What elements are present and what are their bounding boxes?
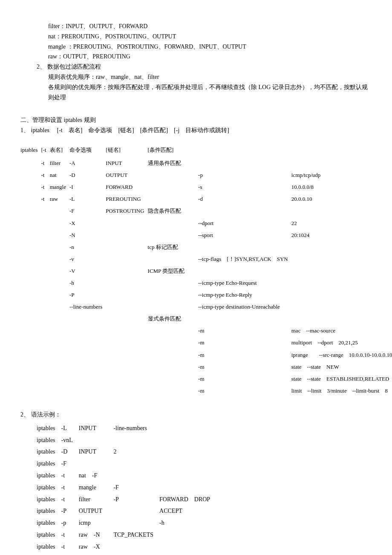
cell: filter	[50, 157, 69, 169]
cell: iprange --src-range 10.0.0.10-10.0.0.100	[291, 349, 392, 361]
cell: OUTPUT	[106, 169, 147, 181]
cell	[41, 265, 49, 277]
cell: -h	[159, 517, 194, 529]
table-row: -mstate --state NEW	[20, 361, 392, 373]
cell	[41, 361, 49, 373]
cell	[41, 337, 49, 349]
cell	[50, 349, 69, 361]
cell	[222, 505, 251, 517]
text-line: 规则表优先顺序：raw、mangle、nat、filter	[48, 72, 372, 82]
cell: -X	[69, 217, 106, 229]
cell	[159, 541, 194, 553]
cell: PREROUTING	[106, 193, 147, 205]
cell: POSTROUTING	[106, 205, 147, 217]
cell	[69, 361, 106, 373]
command-table: iptables [-t 表名] 命令选项 [链名] [条件匹配] [-j 目标…	[20, 144, 392, 397]
cell	[222, 553, 251, 555]
table-row: -mstate --state ESTABLISHED,RELATED	[20, 373, 392, 385]
cell: -t	[41, 157, 49, 169]
cell: -p	[113, 553, 159, 555]
cell: -m	[188, 385, 291, 397]
cell: iptables	[37, 505, 61, 517]
table-row: iptables-tnat -F	[37, 470, 250, 482]
cell: 10.0.0.0/8	[291, 181, 392, 193]
cell	[50, 217, 69, 229]
cell: 22	[291, 217, 392, 229]
cell	[291, 301, 392, 313]
cell: -m	[188, 337, 291, 349]
cell	[194, 529, 222, 541]
cell: -t	[61, 470, 79, 482]
cell	[41, 241, 49, 253]
cell: -D	[69, 169, 106, 181]
table-row: -tnat-DOUTPUT-picmp/tcp/udp-jACCEPT	[20, 169, 392, 181]
cell	[106, 301, 147, 313]
table-row: iptables-traw -NTCP_PACKETS	[37, 529, 250, 541]
col-cmd: 命令选项	[69, 144, 106, 157]
cell: iptables	[37, 482, 61, 494]
cell	[194, 482, 222, 494]
cell: raw	[50, 193, 69, 205]
cell	[20, 253, 41, 265]
cell: -m	[188, 373, 291, 385]
cell: FORWARD	[106, 181, 147, 193]
cell	[148, 349, 188, 361]
cell	[106, 337, 147, 349]
cell: tcp 标记匹配	[148, 241, 188, 253]
cell	[159, 529, 194, 541]
cell	[148, 325, 188, 337]
col-t: [-t	[41, 144, 49, 157]
cell	[148, 373, 188, 385]
cell: -L	[69, 193, 106, 205]
cell: -m	[188, 349, 291, 361]
col-iptables: iptables	[20, 144, 41, 157]
table-row: iptables-tmangle-F	[37, 482, 250, 494]
cell	[69, 373, 106, 385]
cell: -d	[188, 193, 291, 205]
cell: INPUT	[79, 553, 114, 555]
cell: --sport	[188, 229, 291, 241]
cell	[50, 289, 69, 301]
cell	[106, 325, 147, 337]
cell	[106, 349, 147, 361]
cell	[113, 470, 159, 482]
examples-table: iptables-LINPUT-line-numbersiptables-vnL…	[37, 422, 250, 555]
cell: --icmp-type Echo-Request	[188, 277, 291, 289]
cell	[20, 217, 41, 229]
table-row: -P--icmp-type Echo-Reply	[20, 289, 392, 301]
cell	[20, 265, 41, 277]
cell: nat	[50, 169, 69, 181]
cell	[50, 325, 69, 337]
cell: FORWARD	[159, 494, 194, 506]
cell	[291, 253, 392, 265]
cell: 显式条件匹配	[148, 313, 188, 325]
cell	[41, 301, 49, 313]
cell	[50, 337, 69, 349]
cell: icmp/tcp/udp	[291, 169, 392, 181]
table-row: iptables-LINPUT-line-numbers	[37, 422, 250, 434]
cell	[20, 349, 41, 361]
cell	[148, 253, 188, 265]
cell: state --state NEW	[291, 361, 392, 373]
cell	[222, 446, 251, 458]
cell	[291, 205, 392, 217]
cell: -s	[188, 181, 291, 193]
cell: -P	[69, 289, 106, 301]
cell	[106, 289, 147, 301]
cell: raw -X	[79, 541, 114, 553]
cell	[41, 205, 49, 217]
cell	[69, 385, 106, 397]
cell	[148, 337, 188, 349]
cell: -t	[41, 181, 49, 193]
cell	[41, 289, 49, 301]
cell	[20, 241, 41, 253]
cell: 2	[113, 446, 159, 458]
cell: nat -F	[79, 470, 114, 482]
cell	[106, 253, 147, 265]
cell: --dport	[188, 217, 291, 229]
section-heading: 二、管理和设置 iptables 规则	[20, 115, 372, 125]
cell: iptables	[37, 553, 61, 555]
table-row: -mlimit --limit 3/minute --limit-burst 8…	[20, 385, 392, 397]
cell: -p	[188, 169, 291, 181]
cell: INPUT	[106, 157, 147, 169]
